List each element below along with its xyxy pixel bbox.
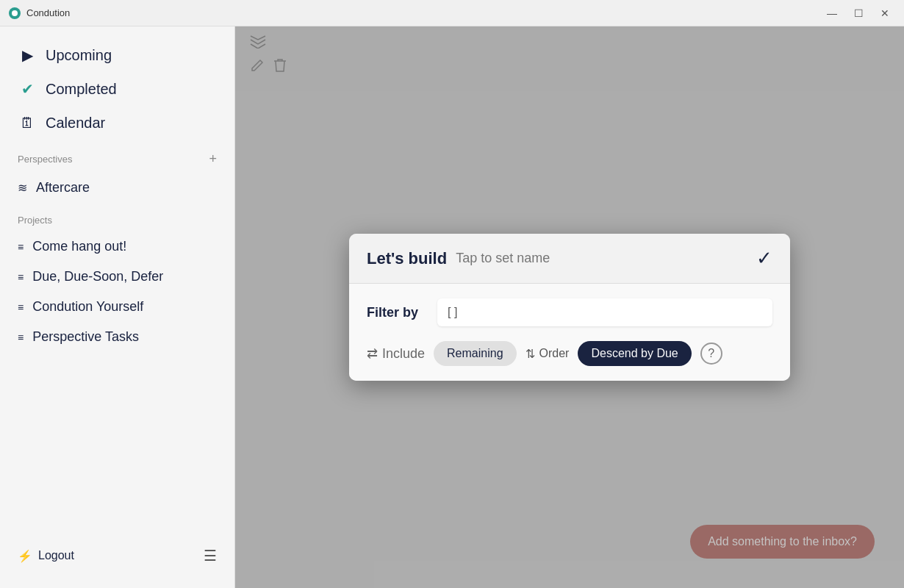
minimize-button[interactable]: — [822,5,842,21]
order-text: Order [539,347,570,360]
main-content: Nothing in this perspective. Add some mo… [235,26,904,588]
project-icon: ≡ [18,241,24,253]
include-label: Include [382,346,425,362]
sidebar-item-condution-yourself[interactable]: ≡ Condution Yourself [0,292,234,322]
perspectives-section-header: Perspectives + [0,140,234,173]
sidebar-footer: ⚡ Logout ☰ [0,535,234,576]
modal-overlay: Let's build ✓ Filter by ⇄ In [235,26,904,588]
perspective-name-input[interactable] [456,251,747,266]
sidebar-item-label: Upcoming [46,47,112,64]
sidebar-item-come-hang-out[interactable]: ≡ Come hang out! [0,232,234,262]
filter-row: Filter by [367,298,772,326]
window-controls: — ☐ ✕ [822,5,895,21]
sidebar-item-aftercare[interactable]: ≋ Aftercare [0,173,234,203]
add-perspective-button[interactable]: + [209,151,217,167]
sidebar-item-calendar[interactable]: 🗓 Calendar [0,106,234,140]
sidebar-item-perspective-tasks[interactable]: ≡ Perspective Tasks [0,322,234,352]
logout-button[interactable]: ⚡ Logout [18,549,74,563]
upcoming-icon: ▶ [18,46,37,65]
filter-input[interactable] [437,298,772,326]
project-icon: ≡ [18,271,24,283]
modal-header: Let's build ✓ [349,234,790,284]
sidebar: ▶ Upcoming ✔ Completed 🗓 Calendar Perspe… [0,26,235,588]
app-title: Condution [26,7,822,18]
logout-icon: ⚡ [18,549,32,563]
titlebar: Condution — ☐ ✕ [0,0,904,26]
modal-dialog: Let's build ✓ Filter by ⇄ In [349,234,790,381]
sidebar-item-label: Completed [46,81,117,98]
help-button[interactable]: ? [700,343,722,365]
projects-label: Projects [18,215,52,226]
project-icon: ≡ [18,301,24,313]
modal-body: Filter by ⇄ Include Remaining ⇅ Order [349,284,790,381]
include-icon: ⇄ [367,345,378,362]
modal-title: Let's build [367,249,447,268]
descend-by-due-pill[interactable]: Descend by Due [578,341,691,366]
app-icon [9,7,21,19]
project-icon: ≡ [18,331,24,343]
include-button[interactable]: ⇄ Include [367,345,425,362]
calendar-icon: 🗓 [18,113,37,132]
order-icon: ⇅ [525,347,535,361]
sidebar-item-label: Condution Yourself [32,299,143,315]
sidebar-item-label: Come hang out! [32,239,126,254]
sidebar-item-label: Aftercare [36,180,90,196]
hamburger-button[interactable]: ☰ [204,547,217,564]
aftercare-icon: ≋ [18,181,27,195]
sidebar-item-upcoming[interactable]: ▶ Upcoming [0,38,234,72]
options-row: ⇄ Include Remaining ⇅ Order Descend by D… [367,341,772,366]
completed-icon: ✔ [18,79,37,98]
close-button[interactable]: ✕ [875,5,895,21]
sidebar-item-due-due-soon-defer[interactable]: ≡ Due, Due-Soon, Defer [0,262,234,292]
sidebar-item-completed[interactable]: ✔ Completed [0,72,234,106]
logout-label: Logout [38,549,74,562]
sidebar-item-label: Perspective Tasks [32,329,139,345]
app-container: ▶ Upcoming ✔ Completed 🗓 Calendar Perspe… [0,26,904,588]
remaining-pill[interactable]: Remaining [434,341,516,366]
maximize-button[interactable]: ☐ [848,5,869,21]
svg-point-0 [12,10,18,16]
filter-label: Filter by [367,305,426,320]
sidebar-item-label: Calendar [46,115,105,132]
modal-confirm-button[interactable]: ✓ [756,247,772,270]
order-label-group: ⇅ Order [525,347,570,361]
sidebar-item-label: Due, Due-Soon, Defer [32,269,163,284]
projects-section-header: Projects [0,203,234,232]
perspectives-label: Perspectives [18,154,72,165]
